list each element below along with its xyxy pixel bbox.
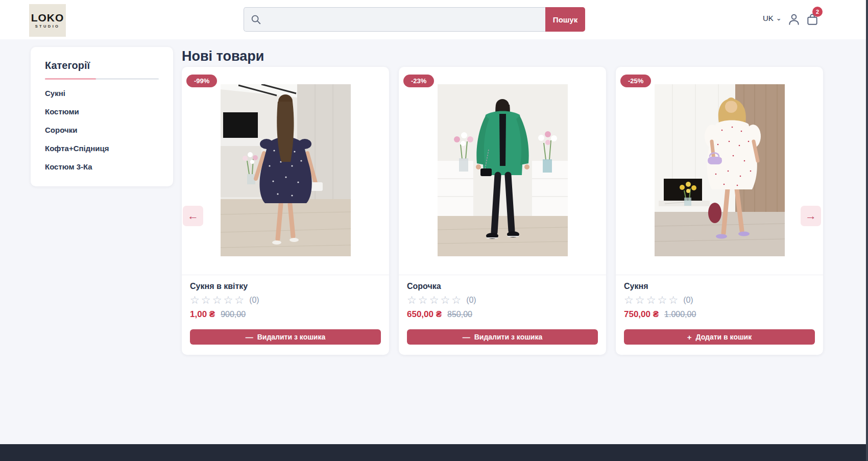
star-icon: ☆	[429, 295, 439, 306]
star-icon: ☆	[668, 295, 678, 306]
header: LOKO STUDIO Пошук UK ⌄ 2	[0, 0, 868, 39]
rating-count: (0)	[249, 296, 259, 305]
logo-subtext: STUDIO	[35, 25, 60, 29]
product-info: Сукня ☆ ☆ ☆ ☆ ☆ (0) 750,00 ₴ 1.000,00 + …	[616, 275, 823, 345]
remove-from-cart-button[interactable]: — Видалити з кошика	[407, 329, 598, 345]
current-price: 1,00 ₴	[190, 309, 215, 320]
product-card: -99% Сукня в квітку ☆ ☆ ☆ ☆ ☆ (0) 1,00 ₴…	[182, 67, 389, 355]
product-image[interactable]	[399, 67, 606, 275]
logo[interactable]: LOKO STUDIO	[29, 4, 66, 37]
footer	[0, 444, 868, 461]
product-photo-white-dress	[655, 84, 785, 256]
add-to-cart-button[interactable]: + Додати в кошик	[624, 329, 815, 345]
star-icon: ☆	[646, 295, 656, 306]
search-bar: Пошук	[244, 7, 585, 32]
current-price: 650,00 ₴	[407, 309, 442, 320]
star-icon: ☆	[212, 295, 222, 306]
old-price: 850,00	[447, 310, 472, 319]
star-icon: ☆	[201, 295, 211, 306]
star-icon: ☆	[440, 295, 450, 306]
price-row: 1,00 ₴ 900,00	[190, 309, 381, 320]
rating-count: (0)	[466, 296, 476, 305]
sidebar-item-top-skirt[interactable]: Кофта+Спідниця	[45, 139, 159, 158]
language-selector[interactable]: UK ⌄	[763, 14, 782, 22]
product-image[interactable]	[182, 67, 389, 275]
star-icon: ☆	[407, 295, 417, 306]
star-icon: ☆	[635, 295, 645, 306]
categories-panel: Категорії Сукні Костюми Сорочки Кофта+Сп…	[31, 47, 173, 186]
star-icon: ☆	[451, 295, 461, 306]
product-image[interactable]	[616, 67, 823, 275]
minus-icon: —	[463, 333, 470, 342]
categories-divider	[45, 78, 159, 80]
product-photo-navy-dress	[221, 84, 351, 256]
scrollbar[interactable]	[866, 0, 868, 461]
product-title[interactable]: Сукня	[624, 282, 815, 291]
rating-count: (0)	[683, 296, 693, 305]
search-input[interactable]	[244, 7, 545, 32]
price-row: 750,00 ₴ 1.000,00	[624, 309, 815, 320]
rating: ☆ ☆ ☆ ☆ ☆ (0)	[624, 295, 815, 306]
user-icon	[787, 13, 801, 26]
product-info: Сорочка ☆ ☆ ☆ ☆ ☆ (0) 650,00 ₴ 850,00 — …	[399, 275, 606, 345]
product-title[interactable]: Сорочка	[407, 282, 598, 291]
discount-badge: -99%	[186, 75, 217, 87]
minus-icon: —	[246, 333, 253, 342]
cart-count-badge: 2	[812, 7, 823, 17]
rating: ☆ ☆ ☆ ☆ ☆ (0)	[190, 295, 381, 306]
chevron-down-icon: ⌄	[776, 14, 782, 22]
star-icon: ☆	[418, 295, 428, 306]
star-icon: ☆	[624, 295, 634, 306]
account-button[interactable]	[787, 13, 801, 27]
star-icon: ☆	[234, 295, 244, 306]
categories-title: Категорії	[45, 60, 159, 71]
carousel-prev-button[interactable]: ←	[183, 206, 203, 226]
product-title[interactable]: Сукня в квітку	[190, 282, 381, 291]
button-label: Видалити з кошика	[257, 333, 326, 341]
price-row: 650,00 ₴ 850,00	[407, 309, 598, 320]
button-label: Додати в кошик	[696, 333, 752, 341]
logo-text: LOKO	[31, 12, 64, 23]
product-card: -25% Сукня ☆ ☆ ☆ ☆ ☆ (0) 750,00 ₴ 1.000,…	[616, 67, 823, 355]
discount-badge: -23%	[403, 75, 434, 87]
old-price: 900,00	[221, 310, 246, 319]
arrow-left-icon: ←	[187, 209, 199, 223]
search-button[interactable]: Пошук	[545, 7, 585, 32]
rating: ☆ ☆ ☆ ☆ ☆ (0)	[407, 295, 598, 306]
language-label: UK	[763, 14, 774, 22]
old-price: 1.000,00	[664, 310, 696, 319]
star-icon: ☆	[190, 295, 200, 306]
carousel-next-button[interactable]: →	[801, 206, 821, 226]
star-icon: ☆	[657, 295, 667, 306]
remove-from-cart-button[interactable]: — Видалити з кошика	[190, 329, 381, 345]
sidebar-item-dresses[interactable]: Сукні	[45, 84, 159, 103]
button-label: Видалити з кошика	[474, 333, 543, 341]
sidebar-item-suits[interactable]: Костюми	[45, 103, 159, 121]
product-card: -23% Сорочка ☆ ☆ ☆ ☆ ☆ (0) 650,00 ₴ 850,…	[399, 67, 606, 355]
current-price: 750,00 ₴	[624, 309, 659, 320]
categories-list: Сукні Костюми Сорочки Кофта+Спідниця Кос…	[45, 84, 159, 176]
sidebar-item-shirts[interactable]: Сорочки	[45, 121, 159, 139]
page-title: Нові товари	[182, 48, 264, 64]
star-icon: ☆	[223, 295, 233, 306]
sidebar-item-suit-3[interactable]: Костюм 3-Ка	[45, 158, 159, 176]
arrow-right-icon: →	[805, 209, 816, 223]
plus-icon: +	[687, 333, 692, 342]
product-photo-green-shirt	[438, 84, 568, 256]
product-info: Сукня в квітку ☆ ☆ ☆ ☆ ☆ (0) 1,00 ₴ 900,…	[182, 275, 389, 345]
discount-badge: -25%	[620, 75, 651, 87]
